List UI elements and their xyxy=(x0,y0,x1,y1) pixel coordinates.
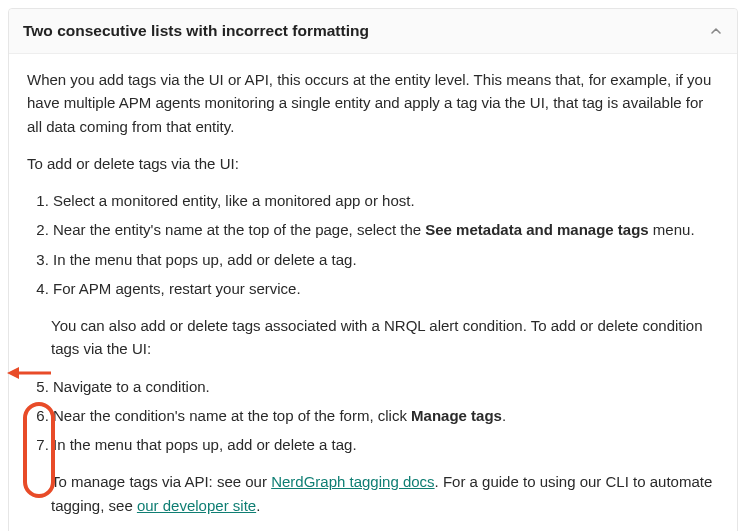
panel-body: When you add tags via the UI or API, thi… xyxy=(9,54,737,531)
accordion-panel: Two consecutive lists with incorrect for… xyxy=(8,8,738,531)
list-item: Select a monitored entity, like a monito… xyxy=(53,189,719,212)
step-text: For APM agents, restart your service. xyxy=(53,280,301,297)
add-delete-lead: To add or delete tags via the UI: xyxy=(27,152,719,175)
svg-marker-1 xyxy=(7,367,19,379)
step-bold: See metadata and manage tags xyxy=(425,221,648,238)
step-text: In the menu that pops up, add or delete … xyxy=(53,251,357,268)
nrql-steps-list: Navigate to a condition. Near the condit… xyxy=(27,375,719,457)
nrql-lead: You can also add or delete tags associat… xyxy=(51,314,719,361)
steps-list: Select a monitored entity, like a monito… xyxy=(27,189,719,300)
step-text: In the menu that pops up, add or delete … xyxy=(53,436,357,453)
step-bold: Manage tags xyxy=(411,407,502,424)
intro-paragraph: When you add tags via the UI or API, thi… xyxy=(27,68,719,138)
footer-pre: To manage tags via API: see our xyxy=(51,473,271,490)
step-text: Select a monitored entity, like a monito… xyxy=(53,192,415,209)
list-item: In the menu that pops up, add or delete … xyxy=(53,433,719,456)
panel-title: Two consecutive lists with incorrect for… xyxy=(23,19,369,43)
chevron-up-icon xyxy=(709,24,723,38)
step-text: Near the entity's name at the top of the… xyxy=(53,221,425,238)
step-text: Navigate to a condition. xyxy=(53,378,210,395)
list-item: In the menu that pops up, add or delete … xyxy=(53,248,719,271)
list-item: Navigate to a condition. xyxy=(53,375,719,398)
footer-end: . xyxy=(256,497,260,514)
list-item: Near the entity's name at the top of the… xyxy=(53,218,719,241)
developer-site-link[interactable]: our developer site xyxy=(137,497,256,514)
list-item: Near the condition's name at the top of … xyxy=(53,404,719,427)
step-suffix: menu. xyxy=(649,221,695,238)
step-suffix: . xyxy=(502,407,506,424)
list-item: For APM agents, restart your service. xyxy=(53,277,719,300)
panel-header[interactable]: Two consecutive lists with incorrect for… xyxy=(9,9,737,54)
footer-paragraph: To manage tags via API: see our NerdGrap… xyxy=(51,470,719,517)
nerdgraph-link[interactable]: NerdGraph tagging docs xyxy=(271,473,434,490)
step-text: Near the condition's name at the top of … xyxy=(53,407,411,424)
